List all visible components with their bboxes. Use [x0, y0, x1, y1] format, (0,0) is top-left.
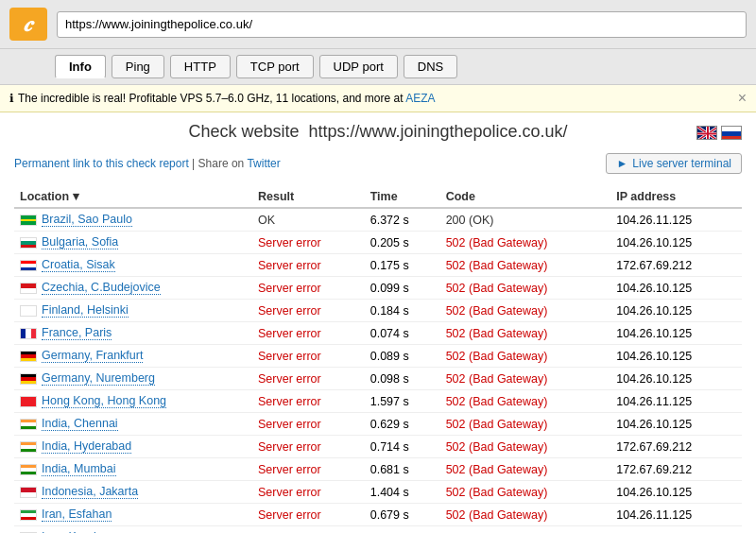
- cell-result: Server error: [252, 300, 365, 322]
- cell-ip: 104.26.11.125: [610, 504, 742, 526]
- location-link[interactable]: India, Chennai: [42, 417, 118, 431]
- col-location[interactable]: Location ▾: [14, 185, 252, 208]
- location-link[interactable]: India, Mumbai: [42, 462, 116, 476]
- cell-ip: 104.26.10.125: [610, 277, 742, 300]
- cell-time: 0.276 s: [365, 526, 440, 534]
- location-link[interactable]: India, Hyderabad: [42, 439, 131, 454]
- cell-location[interactable]: India, Chennai: [14, 413, 252, 436]
- country-flag-icon: [20, 441, 37, 453]
- ad-message: The incredible is real! Profitable VPS 5…: [18, 92, 436, 105]
- ad-text: ℹ The incredible is real! Profitable VPS…: [9, 92, 436, 105]
- col-ip: IP address: [610, 185, 742, 208]
- cell-location[interactable]: Brazil, Sao Paulo: [14, 208, 252, 232]
- check-url: https://www.joiningthepolice.co.uk/: [308, 122, 567, 141]
- location-link[interactable]: Croatia, Sisak: [42, 258, 115, 272]
- cell-result: Server error: [252, 481, 365, 504]
- nav-buttons: Info Ping HTTP TCP port UDP port DNS: [0, 49, 756, 85]
- cell-code: 502 (Bad Gateway): [440, 458, 611, 481]
- cell-location[interactable]: India, Hyderabad: [14, 436, 252, 458]
- cell-location[interactable]: Germany, Frankfurt: [14, 345, 252, 368]
- cell-time: 0.175 s: [365, 254, 440, 277]
- location-link[interactable]: Brazil, Sao Paulo: [42, 213, 132, 227]
- location-link[interactable]: Finland, Helsinki: [42, 303, 129, 318]
- cell-time: 0.074 s: [365, 322, 440, 345]
- udp-port-tab[interactable]: UDP port: [319, 55, 398, 78]
- cell-time: 0.714 s: [365, 436, 440, 458]
- country-flag-icon: [20, 509, 37, 521]
- url-input[interactable]: [57, 11, 747, 38]
- cell-location[interactable]: India, Mumbai: [14, 458, 252, 481]
- country-flag-icon: [20, 396, 37, 407]
- table-row: Iran, Esfahan Server error 0.679 s 502 (…: [14, 504, 742, 526]
- cell-ip: 104.26.10.125: [610, 345, 742, 368]
- location-link[interactable]: Germany, Nuremberg: [42, 371, 155, 386]
- cell-time: 0.629 s: [365, 413, 440, 436]
- cell-result: Server error: [252, 436, 365, 458]
- location-link[interactable]: France, Paris: [42, 326, 112, 340]
- table-row: Germany, Frankfurt Server error 0.089 s …: [14, 345, 742, 368]
- col-time: Time: [365, 185, 440, 208]
- cell-ip: 104.26.11.125: [610, 390, 742, 413]
- cell-time: 1.597 s: [365, 390, 440, 413]
- col-code: Code: [440, 185, 611, 208]
- ad-link[interactable]: AEZA: [405, 92, 435, 105]
- location-link[interactable]: Bulgaria, Sofia: [42, 235, 118, 249]
- ping-tab[interactable]: Ping: [112, 55, 164, 78]
- table-row: Czechia, C.Budejovice Server error 0.099…: [14, 277, 742, 300]
- cell-code: 502 (Bad Gateway): [440, 345, 611, 368]
- cell-result: Server error: [252, 232, 365, 254]
- cell-ip: 104.26.10.125: [610, 232, 742, 254]
- cell-time: 0.099 s: [365, 277, 440, 300]
- cell-result: Server error: [252, 458, 365, 481]
- cell-location[interactable]: Hong Kong, Hong Kong: [14, 390, 252, 413]
- terminal-icon: ►: [616, 157, 627, 170]
- cell-code: 502 (Bad Gateway): [440, 481, 611, 504]
- cell-location[interactable]: Finland, Helsinki: [14, 300, 252, 322]
- cell-ip: 104.26.10.125: [610, 413, 742, 436]
- cell-ip: 104.26.11.125: [610, 208, 742, 232]
- cell-code: 502 (Bad Gateway): [440, 322, 611, 345]
- cell-location[interactable]: Bulgaria, Sofia: [14, 232, 252, 254]
- cell-location[interactable]: Czechia, C.Budejovice: [14, 277, 252, 300]
- dns-tab[interactable]: DNS: [404, 55, 457, 78]
- cell-location[interactable]: Indonesia, Jakarta: [14, 481, 252, 504]
- links-row: Permanent link to this check report | Sh…: [14, 153, 742, 174]
- cell-time: 1.404 s: [365, 481, 440, 504]
- country-flag-icon: [20, 487, 37, 498]
- table-row: Germany, Nuremberg Server error 0.098 s …: [14, 368, 742, 390]
- cell-result: Server error: [252, 390, 365, 413]
- country-flag-icon: [20, 283, 37, 294]
- terminal-button[interactable]: ► Live server terminal: [606, 153, 742, 174]
- svg-rect-10: [722, 131, 742, 136]
- http-tab[interactable]: HTTP: [170, 55, 231, 78]
- cell-location[interactable]: Croatia, Sisak: [14, 254, 252, 277]
- cell-location[interactable]: France, Paris: [14, 322, 252, 345]
- twitter-link[interactable]: Twitter: [247, 157, 280, 170]
- info-tab[interactable]: Info: [55, 55, 106, 78]
- cell-result: Server error: [252, 277, 365, 300]
- location-link[interactable]: Germany, Frankfurt: [42, 349, 143, 363]
- cell-code: 502 (Bad Gateway): [440, 232, 611, 254]
- cell-code: 502 (Bad Gateway): [440, 254, 611, 277]
- cell-location[interactable]: Germany, Nuremberg: [14, 368, 252, 390]
- cell-ip: 104.26.10.125: [610, 481, 742, 504]
- location-link[interactable]: Czechia, C.Budejovice: [42, 281, 161, 295]
- cell-ip: 104.26.10.125: [610, 368, 742, 390]
- location-link[interactable]: Indonesia, Jakarta: [42, 485, 138, 499]
- cell-location[interactable]: Iran, Karaj: [14, 526, 252, 534]
- tcp-port-tab[interactable]: TCP port: [236, 55, 314, 78]
- cell-location[interactable]: Iran, Esfahan: [14, 504, 252, 526]
- top-bar: 𝒄: [0, 0, 756, 49]
- table-row: Croatia, Sisak Server error 0.175 s 502 …: [14, 254, 742, 277]
- cell-result: Server error: [252, 254, 365, 277]
- cell-code: 502 (Bad Gateway): [440, 277, 611, 300]
- location-link[interactable]: Hong Kong, Hong Kong: [42, 394, 166, 408]
- table-row: India, Chennai Server error 0.629 s 502 …: [14, 413, 742, 436]
- cell-time: 0.205 s: [365, 232, 440, 254]
- permalink-link[interactable]: Permanent link to this check report: [14, 157, 189, 170]
- location-link[interactable]: Iran, Esfahan: [42, 507, 112, 522]
- cell-code: 502 (Bad Gateway): [440, 504, 611, 526]
- ad-close-button[interactable]: ×: [738, 90, 747, 107]
- country-flag-icon: [20, 328, 37, 339]
- cell-result: Server error: [252, 413, 365, 436]
